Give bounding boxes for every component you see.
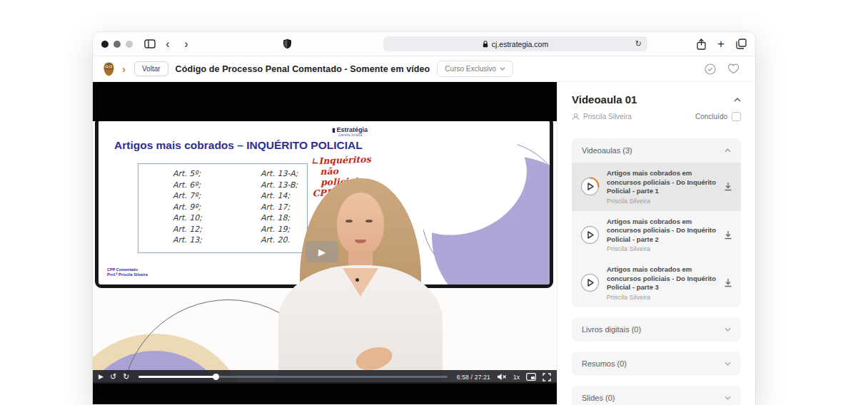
chevron-down-icon <box>725 362 731 366</box>
seek-bar-fill <box>138 376 216 378</box>
browser-toolbar: ‹ › cj.estrategia.com ↻ + <box>93 32 755 56</box>
section-resumos[interactable]: Resumos (0) <box>572 352 741 376</box>
video-frame: Artigos mais cobrados – INQUÉRITO POLICI… <box>93 121 557 382</box>
chevron-down-icon <box>725 327 731 332</box>
forward-10-button[interactable]: ↻ <box>123 373 129 381</box>
lock-icon <box>483 41 488 48</box>
tab-overview-icon[interactable] <box>736 39 747 49</box>
video-item-2[interactable]: Artigos mais cobrados em concursos polic… <box>572 211 741 260</box>
presenter-face <box>337 193 384 255</box>
browser-window: ‹ › cj.estrategia.com ↻ + › Voltar Códig… <box>93 32 755 405</box>
close-window-button[interactable] <box>101 41 108 48</box>
play-circle-icon[interactable] <box>580 273 600 292</box>
rewind-10-button[interactable]: ↺ <box>110 373 116 381</box>
lesson-sidebar: Videoaula 01 Priscila Silveira Concluído… <box>557 82 755 404</box>
videoaulas-section-header[interactable]: Videoaulas (3) <box>572 138 741 163</box>
pip-icon[interactable] <box>526 373 536 381</box>
video-item-title: Artigos mais cobrados em concursos polic… <box>607 169 717 196</box>
seek-bar[interactable] <box>138 376 447 378</box>
chevron-up-icon <box>725 148 731 153</box>
back-icon[interactable]: ‹ <box>161 39 174 50</box>
brand-subtitle: Carreira Jurídica <box>338 133 368 137</box>
lesson-title: Videoaula 01 <box>572 93 637 106</box>
course-header: › Voltar Código de Processo Penal Coment… <box>93 56 755 82</box>
play-overlay-button[interactable]: ▶ <box>306 241 338 262</box>
lesson-instructor: Priscila Silveira <box>583 113 632 121</box>
minimize-window-button[interactable] <box>113 41 121 48</box>
videoaulas-section: Videoaulas (3) Artigos mais cobrados em … <box>572 138 741 307</box>
seek-knob[interactable] <box>213 374 219 380</box>
sidebar-toggle-icon[interactable] <box>144 39 156 48</box>
voltar-button[interactable]: Voltar <box>134 61 168 76</box>
video-item-instructor: Priscila Silveira <box>607 294 717 301</box>
video-item-3[interactable]: Artigos mais cobrados em concursos polic… <box>572 259 741 307</box>
play-circle-progress-icon[interactable] <box>580 177 600 196</box>
course-title: Código de Processo Penal Comentado - Som… <box>176 64 430 74</box>
new-tab-icon[interactable]: + <box>717 37 725 51</box>
lesson-collapse-chevron-up-icon[interactable] <box>734 98 741 102</box>
completed-checkbox[interactable] <box>732 112 741 121</box>
play-circle-icon[interactable] <box>580 225 600 245</box>
mark-complete-icon[interactable] <box>705 63 716 75</box>
time-display: 6:58 / 27:21 <box>457 374 490 381</box>
course-type-label: Curso Exclusivo <box>445 65 496 73</box>
playback-speed-button[interactable]: 1x <box>513 374 520 381</box>
player-controls: ▶ ↺ ↻ 6:58 / 27:21 1x <box>93 370 557 384</box>
window-controls[interactable] <box>101 41 133 48</box>
video-item-instructor: Priscila Silveira <box>607 198 717 205</box>
download-icon[interactable] <box>724 278 732 287</box>
slide-title: Artigos mais cobrados – INQUÉRITO POLICI… <box>114 139 363 152</box>
play-icon: ▶ <box>318 247 326 257</box>
presenter <box>271 171 485 382</box>
url-text: cj.estrategia.com <box>492 40 548 48</box>
video-player[interactable]: Artigos mais cobrados – INQUÉRITO POLICI… <box>93 82 557 404</box>
completed-label: Concluído <box>695 113 727 121</box>
download-icon[interactable] <box>724 182 732 191</box>
video-item-title: Artigos mais cobrados em concursos polic… <box>607 217 717 245</box>
articles-column-left: Art. 5º;Art. 6º; Art. 7º;Art. 9º; Art. 1… <box>173 168 202 252</box>
videoaulas-section-label: Videoaulas (3) <box>582 146 632 155</box>
section-label: Slides (0) <box>582 394 615 402</box>
chevron-down-icon <box>500 67 505 71</box>
section-livros-digitais[interactable]: Livros digitais (0) <box>572 317 741 342</box>
person-icon <box>572 113 580 121</box>
favorite-heart-icon[interactable] <box>727 63 740 74</box>
shield-privacy-icon[interactable] <box>283 39 292 49</box>
brand-name: Estratégia <box>332 126 368 133</box>
section-label: Resumos (0) <box>582 359 627 368</box>
fullscreen-icon[interactable] <box>542 373 551 381</box>
video-item-1[interactable]: Artigos mais cobrados em concursos polic… <box>572 163 741 211</box>
course-type-dropdown[interactable]: Curso Exclusivo <box>437 61 513 77</box>
video-item-instructor: Priscila Silveira <box>607 245 717 252</box>
reload-icon[interactable]: ↻ <box>635 39 642 48</box>
chevron-down-icon <box>725 396 731 400</box>
breadcrumb-arrow-icon: › <box>122 63 126 74</box>
play-button[interactable]: ▶ <box>99 374 104 380</box>
video-item-title: Artigos mais cobrados em concursos polic… <box>607 265 717 292</box>
section-slides[interactable]: Slides (0) <box>572 386 741 405</box>
estrategia-owl-logo[interactable] <box>103 62 115 76</box>
estrategia-brand-logo: Estratégia Carreira Jurídica <box>332 126 368 137</box>
zoom-window-button[interactable] <box>126 41 133 48</box>
forward-icon[interactable]: › <box>180 39 193 50</box>
address-bar[interactable]: cj.estrategia.com ↻ <box>383 36 647 51</box>
slide-footer: CPP Comentado Prof.ª Priscila Silveira <box>107 267 148 277</box>
download-icon[interactable] <box>724 230 732 240</box>
lapel-mic <box>355 278 359 282</box>
share-icon[interactable] <box>697 39 706 50</box>
mute-icon[interactable] <box>497 373 507 381</box>
section-label: Livros digitais (0) <box>582 325 641 334</box>
